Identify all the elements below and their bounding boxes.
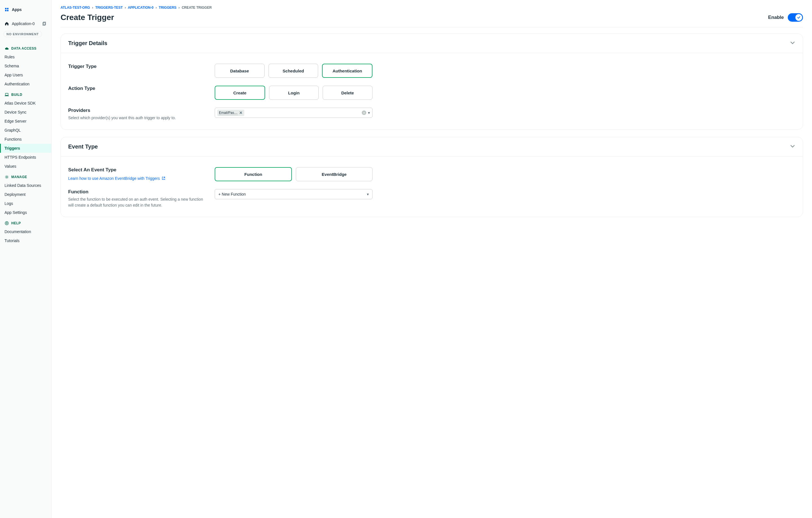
copy-icon[interactable] (42, 22, 47, 26)
trigger-type-scheduled-button[interactable]: Scheduled (268, 64, 318, 78)
home-icon (4, 22, 9, 26)
breadcrumb-current: CREATE TRIGGER (182, 6, 211, 9)
eventbridge-docs-link[interactable]: Learn how to use Amazon EventBridge with… (68, 176, 165, 181)
sidebar-item-values[interactable]: Values (0, 162, 51, 171)
sidebar-item-schema[interactable]: Schema (0, 61, 51, 70)
cloud-icon (4, 46, 9, 51)
gear-icon (4, 175, 9, 179)
action-type-row: Action Type Create Login Delete (68, 78, 795, 100)
sidebar-item-atlas-device-sdk[interactable]: Atlas Device SDK (0, 98, 51, 108)
card-header[interactable]: Trigger Details (61, 34, 803, 53)
svg-point-8 (6, 176, 7, 177)
sidebar-item-documentation[interactable]: Documentation (0, 227, 51, 236)
enable-toggle-wrap: Enable (768, 13, 803, 22)
card-body: Select An Event Type Learn how to use Am… (61, 156, 803, 217)
providers-row: Providers Select which provider(s) you w… (68, 100, 795, 121)
function-select-value: + New Function (219, 192, 246, 196)
event-type-function-button[interactable]: Function (215, 167, 292, 181)
breadcrumb-link[interactable]: TRIGGERS-TEST (95, 6, 122, 9)
event-type-eventbridge-button[interactable]: EventBridge (296, 167, 373, 181)
dropdown-arrow-icon[interactable]: ▾ (368, 111, 370, 115)
trigger-type-database-button[interactable]: Database (215, 64, 265, 78)
breadcrumb-link[interactable]: TRIGGERS (159, 6, 177, 9)
sidebar-item-rules[interactable]: Rules (0, 52, 51, 61)
sidebar: Apps Application-0 NO ENVIRONMENT DATA A… (0, 0, 52, 518)
chevron-down-icon (790, 40, 795, 47)
providers-multiselect[interactable]: Email/Pas… ✕ ✕ ▾ (215, 108, 373, 118)
card-header[interactable]: Event Type (61, 137, 803, 156)
dropdown-arrow-icon: ▾ (367, 192, 369, 196)
svg-rect-7 (5, 95, 9, 96)
section-label: DATA ACCESS (11, 47, 37, 51)
select-event-type-row: Select An Event Type Learn how to use Am… (68, 159, 795, 181)
sidebar-item-logs[interactable]: Logs (0, 199, 51, 208)
function-description: Select the function to be executed on an… (68, 196, 203, 208)
action-type-login-button[interactable]: Login (269, 86, 319, 100)
function-row: Function Select the function to be execu… (68, 181, 795, 208)
sidebar-item-triggers[interactable]: Triggers (0, 144, 51, 153)
sidebar-app-selector[interactable]: Application-0 (0, 19, 51, 28)
sidebar-apps-link[interactable]: Apps (0, 5, 51, 14)
breadcrumb: ATLAS-TEST-ORG › TRIGGERS-TEST › APPLICA… (61, 6, 803, 9)
section-label: HELP (11, 221, 21, 225)
section-header-help: HELP (0, 217, 51, 227)
laptop-icon (4, 92, 9, 97)
sidebar-item-graphql[interactable]: GraphQL (0, 126, 51, 135)
event-type-card: Event Type Select An Event Type Learn ho… (61, 137, 803, 217)
sidebar-app-name: Application-0 (12, 22, 35, 26)
breadcrumb-link[interactable]: ATLAS-TEST-ORG (61, 6, 90, 9)
section-header-data-access: DATA ACCESS (0, 42, 51, 52)
chevron-down-icon (790, 143, 795, 150)
chip-remove-icon[interactable]: ✕ (239, 111, 242, 115)
sidebar-item-deployment[interactable]: Deployment (0, 190, 51, 199)
breadcrumb-sep: › (125, 6, 126, 9)
provider-chip-label: Email/Pas… (219, 111, 237, 115)
multiselect-controls: ✕ ▾ (362, 111, 370, 115)
apps-icon (4, 7, 9, 12)
enable-toggle[interactable] (788, 13, 803, 22)
svg-rect-6 (5, 93, 8, 95)
function-label: Function (68, 189, 203, 195)
providers-description: Select which provider(s) you want this a… (68, 115, 203, 121)
sidebar-item-tutorials[interactable]: Tutorials (0, 236, 51, 245)
environment-badge[interactable]: NO ENVIRONMENT (3, 31, 42, 37)
main-content: ATLAS-TEST-ORG › TRIGGERS-TEST › APPLICA… (52, 0, 812, 518)
sidebar-item-linked-data-sources[interactable]: Linked Data Sources (0, 181, 51, 190)
enable-label: Enable (768, 15, 784, 20)
card-title: Trigger Details (68, 40, 107, 47)
sidebar-item-authentication[interactable]: Authentication (0, 80, 51, 88)
sidebar-item-device-sync[interactable]: Device Sync (0, 108, 51, 117)
section-label: MANAGE (11, 175, 27, 179)
card-title: Event Type (68, 143, 98, 150)
sidebar-item-https-endpoints[interactable]: HTTPS Endpoints (0, 153, 51, 162)
breadcrumb-sep: › (155, 6, 157, 9)
sidebar-item-app-users[interactable]: App Users (0, 70, 51, 80)
sidebar-item-app-settings[interactable]: App Settings (0, 208, 51, 217)
providers-label: Providers (68, 108, 203, 113)
breadcrumb-sep: › (92, 6, 93, 9)
section-header-build: BUILD (0, 88, 51, 98)
sidebar-apps-label: Apps (12, 7, 22, 12)
action-type-create-button[interactable]: Create (215, 86, 265, 100)
trigger-type-label: Trigger Type (68, 64, 203, 69)
svg-rect-0 (5, 8, 6, 9)
function-select[interactable]: + New Function ▾ (215, 189, 373, 199)
svg-rect-2 (5, 10, 6, 11)
page-title: Create Trigger (61, 13, 114, 22)
card-body: Trigger Type Database Scheduled Authenti… (61, 53, 803, 130)
external-link-icon (162, 176, 165, 181)
select-event-type-label: Select An Event Type (68, 167, 203, 173)
svg-point-10 (6, 223, 8, 224)
sidebar-item-edge-server[interactable]: Edge Server (0, 117, 51, 126)
breadcrumb-link[interactable]: APPLICATION-0 (128, 6, 153, 9)
link-text: Learn how to use Amazon EventBridge with… (68, 176, 160, 181)
breadcrumb-sep: › (179, 6, 180, 9)
trigger-details-card: Trigger Details Trigger Type Database Sc… (61, 33, 803, 130)
clear-all-icon[interactable]: ✕ (362, 111, 366, 115)
provider-chip: Email/Pas… ✕ (217, 110, 244, 116)
sidebar-item-functions[interactable]: Functions (0, 135, 51, 144)
section-header-manage: MANAGE (0, 171, 51, 181)
action-type-delete-button[interactable]: Delete (323, 86, 373, 100)
svg-rect-1 (7, 8, 8, 9)
trigger-type-authentication-button[interactable]: Authentication (322, 64, 373, 78)
